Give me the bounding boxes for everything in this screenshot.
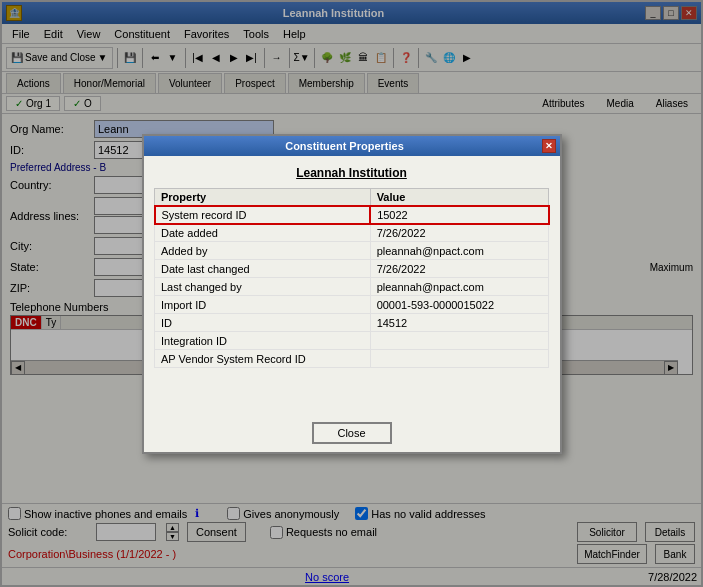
main-window: 🏦 Leannah Institution _ □ ✕ File Edit Vi… bbox=[0, 0, 703, 587]
property-col-header: Property bbox=[155, 188, 371, 206]
modal-institution-name: Leannah Institution bbox=[154, 166, 550, 180]
value-cell: 7/26/2022 bbox=[370, 260, 548, 278]
value-cell bbox=[370, 332, 548, 350]
table-row: Date added7/26/2022 bbox=[155, 224, 549, 242]
value-cell: 7/26/2022 bbox=[370, 224, 548, 242]
value-cell: pleannah@npact.com bbox=[370, 242, 548, 260]
constituent-properties-dialog: Constituent Properties ✕ Leannah Institu… bbox=[142, 134, 562, 454]
property-cell: AP Vendor System Record ID bbox=[155, 350, 371, 368]
value-cell: pleannah@npact.com bbox=[370, 278, 548, 296]
modal-title: Constituent Properties bbox=[148, 140, 542, 152]
table-row: Import ID00001-593-0000015022 bbox=[155, 296, 549, 314]
value-cell: 00001-593-0000015022 bbox=[370, 296, 548, 314]
property-cell: System record ID bbox=[155, 206, 371, 224]
property-cell: Date last changed bbox=[155, 260, 371, 278]
table-row: Added bypleannah@npact.com bbox=[155, 242, 549, 260]
value-cell: 15022 bbox=[370, 206, 548, 224]
table-row: Date last changed7/26/2022 bbox=[155, 260, 549, 278]
table-row: System record ID15022 bbox=[155, 206, 549, 224]
modal-title-bar: Constituent Properties ✕ bbox=[144, 136, 560, 156]
property-cell: Last changed by bbox=[155, 278, 371, 296]
property-cell: Date added bbox=[155, 224, 371, 242]
table-row: Integration ID bbox=[155, 332, 549, 350]
modal-footer: Close bbox=[144, 414, 560, 452]
property-cell: ID bbox=[155, 314, 371, 332]
property-cell: Added by bbox=[155, 242, 371, 260]
table-row: AP Vendor System Record ID bbox=[155, 350, 549, 368]
property-cell: Import ID bbox=[155, 296, 371, 314]
modal-close-x-button[interactable]: ✕ bbox=[542, 139, 556, 153]
properties-table: Property Value System record ID15022Date… bbox=[154, 188, 550, 369]
modal-body: Leannah Institution Property Value Syste… bbox=[144, 156, 560, 414]
table-row: ID14512 bbox=[155, 314, 549, 332]
value-col-header: Value bbox=[370, 188, 548, 206]
table-row: Last changed bypleannah@npact.com bbox=[155, 278, 549, 296]
value-cell: 14512 bbox=[370, 314, 548, 332]
modal-overlay: Constituent Properties ✕ Leannah Institu… bbox=[2, 2, 701, 585]
value-cell bbox=[370, 350, 548, 368]
close-dialog-button[interactable]: Close bbox=[312, 422, 392, 444]
property-cell: Integration ID bbox=[155, 332, 371, 350]
